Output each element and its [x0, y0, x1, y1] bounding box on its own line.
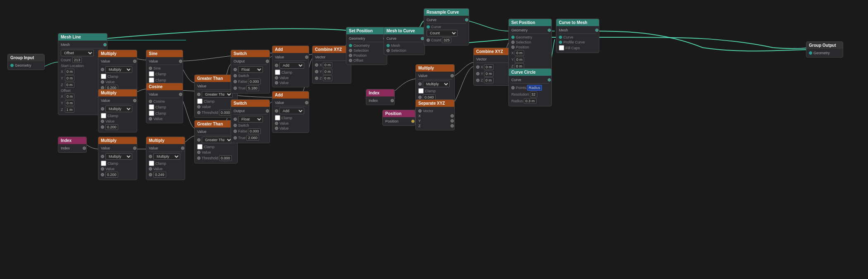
mesh-line-count-value[interactable]: 213 — [72, 57, 82, 63]
multiply-header-1: Multiply — [98, 50, 137, 57]
multiply-node-4: Multiply Value Multiply Clamp Value 0.24… — [146, 137, 185, 180]
add1-clamp[interactable] — [275, 70, 280, 75]
multiply-node-5: Multiply Value Multiply Clamp 0.040 — [415, 64, 455, 103]
multiply-header-3: Multiply — [98, 137, 137, 144]
multiply2-clamp[interactable] — [101, 113, 106, 118]
add2-dropdown[interactable]: Add — [279, 108, 304, 114]
gt1-clamp[interactable] — [197, 99, 203, 104]
cosine-node: Cosine Value Cosine Clamp Clamp Value — [146, 83, 183, 123]
add2-clamp[interactable] — [275, 115, 280, 120]
curve-circle-node: Curve Circle Curve Points Radius Resolut… — [508, 68, 552, 106]
index-header-1: Index — [58, 137, 86, 144]
index-node-1: Index Index — [58, 137, 87, 153]
curve-circle-radius-highlight[interactable]: Radius — [527, 85, 542, 91]
multiply1-clamp[interactable] — [101, 74, 106, 79]
mesh-line-offset-dropdown[interactable]: Offset — [61, 50, 94, 56]
switch-node-1: Switch Output Float Switch False0.000 Tr… — [231, 50, 270, 94]
set-position-header-1: Set Position — [346, 27, 387, 34]
curve-to-mesh-fill-caps[interactable] — [559, 45, 564, 51]
curve-to-mesh-node: Curve to Mesh Mesh Curve Profile Curve F… — [556, 19, 599, 53]
group-output-title: Group Output — [809, 43, 836, 48]
add-header-1: Add — [272, 46, 309, 53]
mesh-output-socket — [103, 43, 107, 46]
curve-circle-header: Curve Circle — [509, 69, 551, 76]
mesh-line-title: Mesh Line — [61, 35, 81, 39]
gt2-clamp[interactable] — [197, 144, 203, 149]
gt1-dropdown[interactable]: Greater Than — [202, 91, 233, 98]
mesh-to-curve-header: Mesh to Curve — [384, 27, 424, 34]
multiply1-dropdown[interactable]: Multiply — [105, 66, 132, 73]
set-position-node-1: Set Position Geometry Geometry Selection… — [346, 27, 387, 65]
geometry-input-socket — [809, 51, 812, 55]
cosine-header: Cosine — [146, 83, 183, 90]
multiply-node-3: Multiply Value Multiply Clamp Value 0.20… — [98, 137, 137, 180]
mesh-to-curve-node: Mesh to Curve Curve Mesh Selection — [384, 27, 425, 55]
multiply3-dropdown[interactable]: Multiply — [105, 153, 132, 160]
separate-xyz-header: Separate XYZ — [416, 100, 454, 107]
add1-dropdown[interactable]: Add — [279, 62, 304, 69]
group-output-geometry: Geometry — [809, 51, 840, 55]
cosine-clamp2[interactable] — [149, 111, 154, 116]
combine-xyz-header-1: Combine XYZ — [312, 46, 351, 53]
switch-node-2: Switch Output Float Switch False0.000 Tr… — [231, 99, 270, 143]
multiply5-dropdown[interactable]: Multiply — [423, 81, 450, 87]
group-output-header: Group Output — [806, 42, 843, 49]
combine-xyz-node-1: Combine XYZ Vector X0 m Y0 m Z0 m — [312, 46, 351, 84]
index-node-2: Index Index — [366, 89, 395, 105]
add-node-1: Add Value Add Clamp Value Value — [272, 46, 309, 87]
group-output-node: Group Output Geometry — [806, 41, 843, 58]
switch1-dropdown[interactable]: Float — [238, 66, 263, 73]
multiply5-clamp[interactable] — [418, 88, 424, 94]
sine-clamp2[interactable] — [149, 77, 154, 83]
group-input-title: Group Input — [10, 55, 34, 60]
combine-xyz-header-2: Combine XYZ — [474, 48, 512, 55]
multiply4-clamp[interactable] — [149, 161, 154, 166]
add-header-2: Add — [272, 91, 309, 99]
multiply-header-4: Multiply — [146, 137, 185, 144]
gt2-dropdown[interactable]: Greater Than — [202, 137, 233, 143]
geometry-output-socket — [10, 64, 14, 67]
multiply2-dropdown[interactable]: Multiply — [105, 106, 132, 112]
multiply-node-1: Multiply Value Multiply Clamp Value 0.20… — [98, 50, 137, 93]
combine-xyz-node-2: Combine XYZ Vector X0 m Y0 m Z0 m — [473, 48, 513, 86]
multiply-header-2: Multiply — [98, 89, 137, 96]
separate-xyz-node: Separate XYZ Vector X Y Z — [415, 99, 455, 130]
set-position-header-2: Set Position — [509, 19, 551, 26]
position-node: Position Position — [382, 110, 415, 126]
index-header-2: Index — [366, 89, 394, 96]
add-node-2: Add Value Add Clamp Value Value — [272, 91, 309, 133]
set-position-node-2: Set Position Geometry Geometry Selection… — [508, 19, 552, 72]
group-input-node: Group Input Geometry — [7, 54, 45, 70]
switch-header-2: Switch — [231, 100, 269, 107]
multiply4-dropdown[interactable]: Multiply — [153, 153, 180, 160]
curve-to-mesh-header: Curve to Mesh — [556, 19, 599, 26]
multiply-node-2: Multiply Value Multiply Clamp Value 0.20… — [98, 89, 137, 132]
resample-curve-node: Resample Curve Curve Curve Count Count32… — [424, 8, 469, 46]
mesh-line-header: Mesh Line — [58, 34, 107, 41]
cosine-clamp1[interactable] — [149, 104, 154, 110]
resample-curve-mode[interactable]: Count — [427, 30, 458, 36]
position-header: Position — [383, 110, 415, 117]
resample-curve-header: Resample Curve — [424, 9, 469, 16]
multiply-header-5: Multiply — [416, 65, 454, 72]
switch-header-1: Switch — [231, 50, 269, 57]
sine-clamp1[interactable] — [149, 71, 154, 77]
sine-header: Sine — [146, 50, 183, 57]
mesh-line-mesh-output: Mesh — [61, 42, 105, 47]
switch2-dropdown[interactable]: Float — [238, 116, 263, 123]
group-input-geometry: Geometry — [10, 63, 42, 68]
group-input-header: Group Input — [8, 54, 44, 61]
multiply3-clamp[interactable] — [101, 161, 106, 166]
